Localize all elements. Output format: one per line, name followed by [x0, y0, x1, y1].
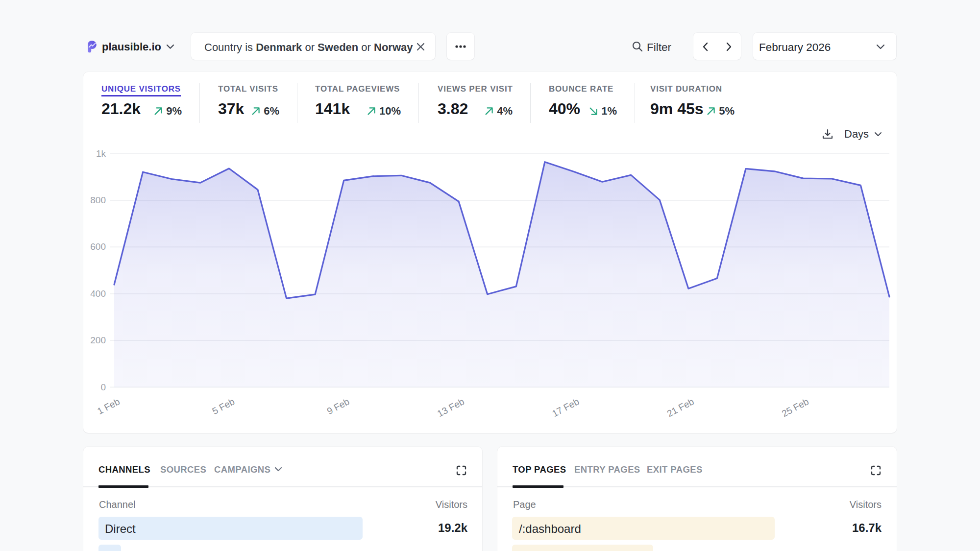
svg-text:17 Feb: 17 Feb	[550, 396, 581, 419]
svg-text:13 Feb: 13 Feb	[436, 396, 466, 419]
svg-text:0: 0	[100, 382, 106, 392]
svg-text:25 Feb: 25 Feb	[780, 396, 810, 419]
svg-text:200: 200	[90, 335, 106, 345]
svg-text:1 Feb: 1 Feb	[96, 396, 122, 416]
svg-text:5 Feb: 5 Feb	[211, 396, 237, 416]
svg-text:800: 800	[90, 195, 106, 205]
svg-text:1k: 1k	[96, 148, 106, 159]
svg-text:400: 400	[90, 288, 106, 299]
svg-text:600: 600	[90, 241, 106, 252]
svg-text:21 Feb: 21 Feb	[665, 396, 696, 419]
svg-text:9 Feb: 9 Feb	[325, 396, 351, 416]
